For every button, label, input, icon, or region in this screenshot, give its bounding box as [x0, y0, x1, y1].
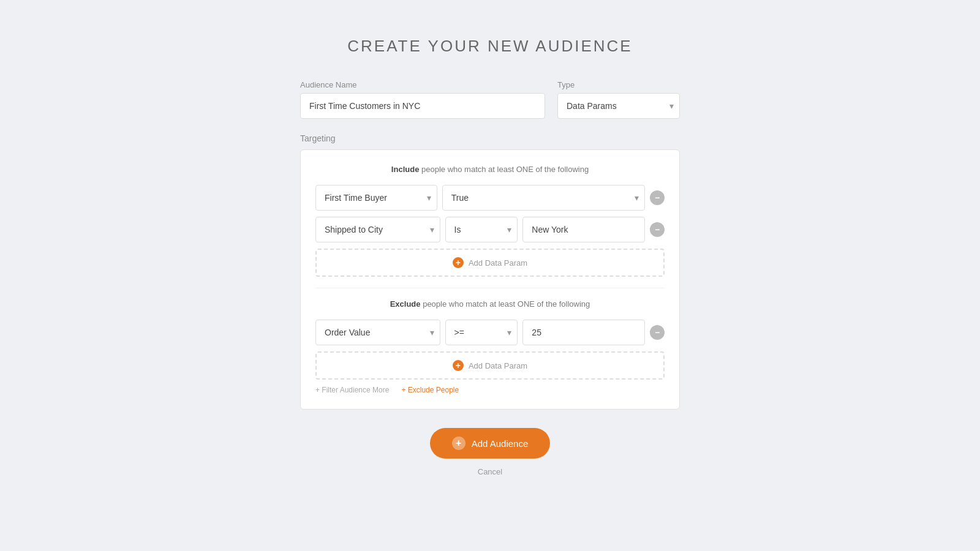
exclude-add-param-label: Add Data Param [469, 361, 527, 370]
include-row1-operator-wrapper: True False [442, 185, 645, 211]
targeting-box: Include people who match at least ONE of… [300, 149, 680, 410]
exclude-people-link[interactable]: + Exclude People [401, 386, 459, 394]
include-row2-param-wrapper: Shipped to City First Time Buyer Order V… [315, 217, 440, 242]
include-add-param-plus-icon: + [453, 257, 464, 268]
type-select[interactable]: Data Params Custom SQL CSV Upload [557, 93, 680, 119]
section-divider [315, 288, 665, 288]
targeting-label: Targeting [300, 133, 680, 143]
cancel-link[interactable]: Cancel [478, 467, 502, 476]
include-row1-param-select[interactable]: First Time Buyer Shipped to City Order V… [315, 185, 437, 211]
exclude-add-param-plus-icon: + [453, 360, 464, 371]
exclude-header-text: people who match at least ONE of the fol… [421, 299, 590, 309]
include-row2-operator-wrapper: Is Is Not Contains [445, 217, 518, 242]
include-row2-remove-button[interactable]: − [650, 222, 665, 237]
exclude-row1-param-select[interactable]: Order Value First Time Buyer Shipped to … [315, 320, 440, 345]
include-row1-remove-button[interactable]: − [650, 190, 665, 205]
exclude-add-param-button[interactable]: + Add Data Param [315, 351, 665, 380]
include-row-2: Shipped to City First Time Buyer Order V… [315, 217, 665, 242]
footer-links: + Filter Audience More + Exclude People [315, 386, 665, 394]
audience-name-group: Audience Name [300, 80, 545, 119]
add-audience-label: Add Audience [472, 438, 529, 449]
include-row-1: First Time Buyer Shipped to City Order V… [315, 185, 665, 211]
include-strong: Include [391, 165, 420, 174]
filter-audience-more-link[interactable]: + Filter Audience More [315, 386, 389, 394]
include-row1-operator-select[interactable]: True False [442, 185, 645, 211]
exclude-row1-operator-select[interactable]: >= <= = > < [445, 320, 518, 345]
include-row1-param-wrapper: First Time Buyer Shipped to City Order V… [315, 185, 437, 211]
exclude-strong: Exclude [390, 299, 421, 309]
action-area: + Add Audience Cancel [430, 410, 551, 476]
form-section: Audience Name Type Data Params Custom SQ… [300, 80, 680, 410]
add-audience-plus-icon: + [452, 437, 466, 450]
type-select-wrapper: Data Params Custom SQL CSV Upload [557, 93, 680, 119]
top-fields: Audience Name Type Data Params Custom SQ… [300, 80, 680, 119]
include-row2-param-select[interactable]: Shipped to City First Time Buyer Order V… [315, 217, 440, 242]
exclude-row1-param-wrapper: Order Value First Time Buyer Shipped to … [315, 320, 440, 345]
exclude-row1-remove-button[interactable]: − [650, 325, 665, 340]
exclude-header: Exclude people who match at least ONE of… [315, 299, 665, 309]
add-audience-button[interactable]: + Add Audience [430, 428, 551, 459]
page-title: CREATE YOUR NEW AUDIENCE [347, 37, 632, 56]
include-add-param-label: Add Data Param [469, 258, 527, 268]
type-group: Type Data Params Custom SQL CSV Upload [557, 80, 680, 119]
include-row2-operator-select[interactable]: Is Is Not Contains [445, 217, 518, 242]
include-row2-value-input[interactable] [522, 217, 645, 242]
type-label: Type [557, 80, 680, 89]
audience-name-input[interactable] [300, 93, 545, 119]
audience-name-label: Audience Name [300, 80, 545, 89]
include-header-text: people who match at least ONE of the fol… [419, 165, 589, 174]
exclude-row-1: Order Value First Time Buyer Shipped to … [315, 320, 665, 345]
exclude-row1-value-input[interactable] [522, 320, 645, 345]
exclude-row1-operator-wrapper: >= <= = > < [445, 320, 518, 345]
include-header: Include people who match at least ONE of… [315, 165, 665, 174]
include-add-param-button[interactable]: + Add Data Param [315, 249, 665, 277]
